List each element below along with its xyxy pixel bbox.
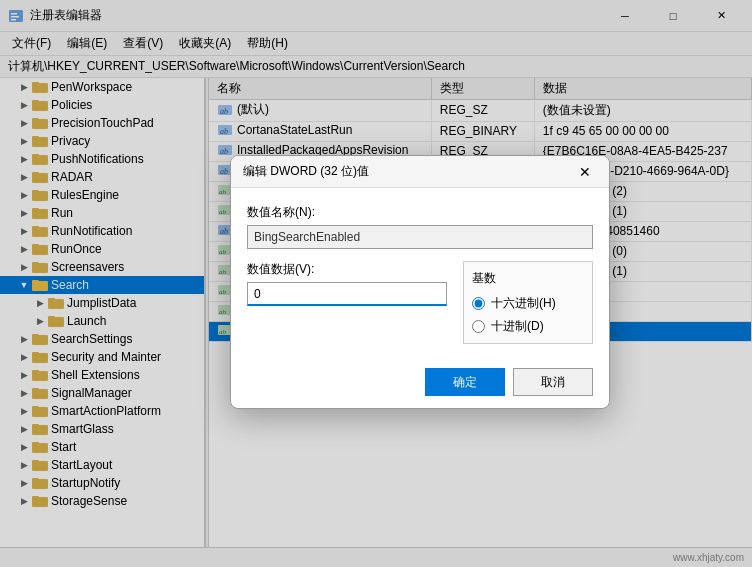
base-title: 基数 <box>472 270 584 287</box>
dialog-body: 数值名称(N): 数值数据(V): 基数 十六进制(H) <box>231 188 609 360</box>
name-field-input[interactable] <box>247 225 593 249</box>
dialog-row: 数值数据(V): 基数 十六进制(H) 十进制(D) <box>247 261 593 344</box>
dialog-overlay: 编辑 DWORD (32 位)值 ✕ 数值名称(N): 数值数据(V): 基数 <box>0 0 752 567</box>
ok-button[interactable]: 确定 <box>425 368 505 396</box>
base-panel: 基数 十六进制(H) 十进制(D) <box>463 261 593 344</box>
radio-hex-input[interactable] <box>472 297 485 310</box>
data-field-input[interactable] <box>247 282 447 306</box>
cancel-button[interactable]: 取消 <box>513 368 593 396</box>
radio-dec-label: 十进制(D) <box>491 318 544 335</box>
radio-dec[interactable]: 十进制(D) <box>472 318 584 335</box>
name-field-label: 数值名称(N): <box>247 204 593 221</box>
data-field-label: 数值数据(V): <box>247 261 447 278</box>
radio-hex-label: 十六进制(H) <box>491 295 556 312</box>
dialog-left-panel: 数值数据(V): <box>247 261 447 344</box>
dialog-title-bar: 编辑 DWORD (32 位)值 ✕ <box>231 156 609 188</box>
radio-group-base: 十六进制(H) 十进制(D) <box>472 295 584 335</box>
radio-hex[interactable]: 十六进制(H) <box>472 295 584 312</box>
radio-dec-input[interactable] <box>472 320 485 333</box>
dword-edit-dialog: 编辑 DWORD (32 位)值 ✕ 数值名称(N): 数值数据(V): 基数 <box>230 155 610 409</box>
dialog-footer: 确定 取消 <box>231 360 609 408</box>
dialog-title: 编辑 DWORD (32 位)值 <box>243 163 369 180</box>
dialog-close-button[interactable]: ✕ <box>573 160 597 184</box>
